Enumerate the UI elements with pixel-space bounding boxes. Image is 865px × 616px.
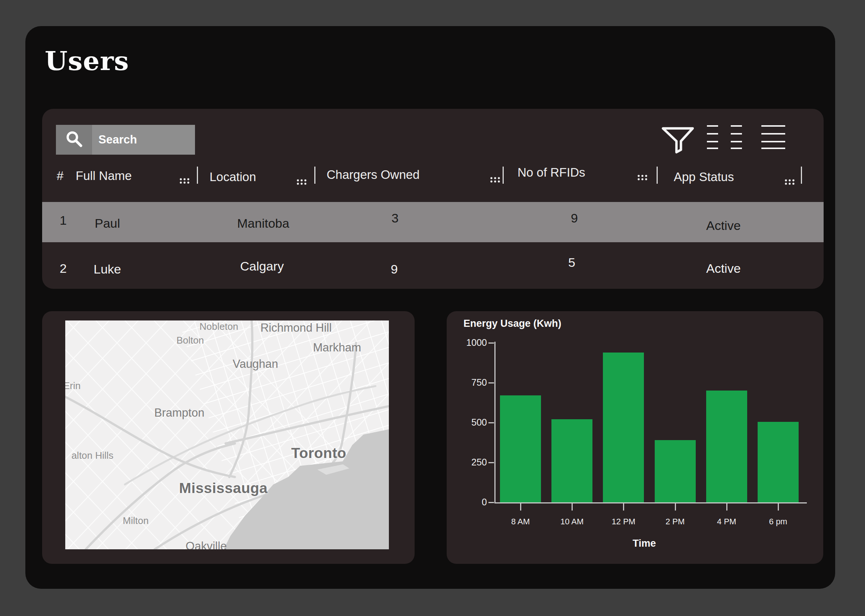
y-tick-mark xyxy=(488,343,494,344)
map-label: Bolton xyxy=(176,335,204,346)
x-tick-label: 10 AM xyxy=(546,517,598,526)
table-header-row: #Full NameLocationChargers OwnedNo of RF… xyxy=(42,165,824,187)
bar-8-am[interactable] xyxy=(500,395,541,502)
map-label: Milton xyxy=(123,515,148,526)
y-tick-mark xyxy=(488,462,494,463)
table-row[interactable]: 1PaulManitoba39Active xyxy=(42,202,824,242)
page-title: Users xyxy=(45,46,129,76)
dashboard-card: Users Search xyxy=(25,26,835,589)
y-tick-label: 0 xyxy=(461,497,487,508)
map-label: Markham xyxy=(313,341,361,354)
y-tick-label: 750 xyxy=(461,377,487,388)
y-tick-label: 500 xyxy=(461,417,487,428)
column-divider xyxy=(314,167,315,184)
y-tick-label: 1000 xyxy=(461,337,487,348)
cell-chargers_owned: 3 xyxy=(392,211,399,225)
x-tick-label: 2 PM xyxy=(649,517,701,526)
x-tick-mark xyxy=(778,503,779,511)
cell-full_name: Paul xyxy=(95,216,120,231)
cell-no_of_rfids: 9 xyxy=(571,211,578,225)
x-tick-mark xyxy=(623,503,624,511)
column-divider xyxy=(197,167,198,184)
cell-no_of_rfids: 5 xyxy=(568,255,575,270)
column-divider xyxy=(801,167,802,184)
y-tick-mark xyxy=(488,502,494,503)
map-label: alton Hills xyxy=(72,450,114,461)
x-axis xyxy=(494,502,807,503)
two-column-list-icon[interactable] xyxy=(707,125,742,151)
search-icon-box[interactable] xyxy=(56,125,92,155)
map[interactable]: NobletonRichmond HillBoltonMarkhamVaugha… xyxy=(65,321,389,549)
y-tick-label: 250 xyxy=(461,457,487,468)
cell-app_status: Active xyxy=(706,261,741,276)
map-label: Toronto xyxy=(291,445,346,461)
bar-chart: Time 025050075010008 AM10 AM12 PM2 PM4 P… xyxy=(447,311,823,564)
search-icon xyxy=(65,130,83,149)
search-input[interactable]: Search xyxy=(56,125,195,155)
drag-handle-icon[interactable] xyxy=(785,174,795,189)
menu-lines-icon[interactable] xyxy=(761,125,785,151)
cell-app_status: Active xyxy=(706,218,741,233)
cell-index: 1 xyxy=(60,213,67,228)
drag-handle-icon[interactable] xyxy=(296,174,307,189)
cell-full_name: Luke xyxy=(94,262,121,277)
cell-index: 2 xyxy=(60,261,67,276)
x-tick-mark xyxy=(726,503,727,511)
map-roads xyxy=(65,321,389,549)
drag-handle-icon[interactable] xyxy=(637,170,648,184)
bar-2-pm[interactable] xyxy=(655,440,696,502)
x-tick-mark xyxy=(675,503,676,511)
y-tick-mark xyxy=(488,422,494,423)
map-panel: NobletonRichmond HillBoltonMarkhamVaugha… xyxy=(42,311,415,564)
cell-location: Manitoba xyxy=(237,216,289,231)
column-header-location[interactable]: Location xyxy=(209,170,256,184)
column-divider xyxy=(657,167,658,184)
map-label: Mississauga xyxy=(179,480,267,497)
filter-funnel-icon[interactable] xyxy=(661,126,695,156)
x-tick-mark xyxy=(572,503,573,511)
bar-6-pm[interactable] xyxy=(758,422,799,502)
bar-4-pm[interactable] xyxy=(706,391,747,502)
map-label: Oakville xyxy=(186,540,227,549)
column-header-no_of_rfids[interactable]: No of RFIDs xyxy=(517,165,585,180)
x-tick-label: 6 pm xyxy=(752,517,804,526)
users-table-panel: Search xyxy=(42,109,824,289)
y-axis xyxy=(494,342,495,503)
drag-handle-icon[interactable] xyxy=(179,173,190,187)
bar-10-am[interactable] xyxy=(552,419,593,502)
y-tick-mark xyxy=(488,382,494,383)
column-header-index[interactable]: # xyxy=(57,169,63,183)
column-divider xyxy=(503,167,504,184)
bar-12-pm[interactable] xyxy=(603,352,644,502)
cell-location: Calgary xyxy=(240,259,284,273)
x-tick-label: 8 AM xyxy=(494,517,547,526)
map-label: Brampton xyxy=(154,406,204,420)
map-label: Vaughan xyxy=(233,357,278,371)
column-header-full_name[interactable]: Full Name xyxy=(76,169,132,183)
column-header-app_status[interactable]: App Status xyxy=(674,170,734,184)
x-tick-label: 12 PM xyxy=(597,517,650,526)
table-row[interactable]: 2LukeCalgary95Active xyxy=(42,245,824,289)
x-tick-label: 4 PM xyxy=(701,517,753,526)
map-label: Richmond Hill xyxy=(260,321,332,335)
energy-usage-chart-panel: Energy Usage (Kwh) Time 025050075010008 … xyxy=(447,311,823,564)
search-placeholder: Search xyxy=(98,133,137,146)
x-tick-mark xyxy=(520,503,521,511)
desktop-background: Users Search xyxy=(0,0,865,616)
map-label: Erin xyxy=(65,380,80,392)
cell-chargers_owned: 9 xyxy=(391,262,398,277)
map-label: Nobleton xyxy=(200,321,238,332)
drag-handle-icon[interactable] xyxy=(490,172,501,186)
column-header-chargers_owned[interactable]: Chargers Owned xyxy=(327,168,420,182)
x-axis-title: Time xyxy=(607,538,681,549)
